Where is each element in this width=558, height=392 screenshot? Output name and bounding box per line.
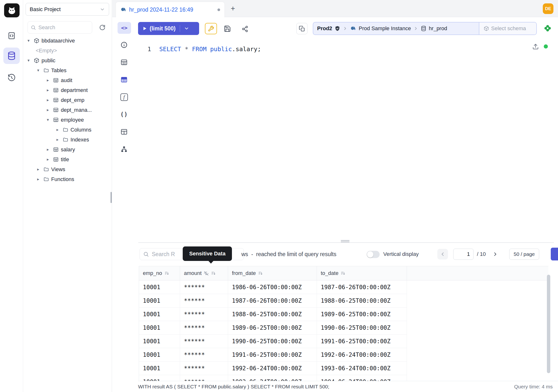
tree-item-audit[interactable]: ▸audit xyxy=(25,75,111,85)
functions-gutter-button[interactable]: f xyxy=(120,93,128,101)
tree-item-dept-emp[interactable]: ▸dept_emp xyxy=(25,95,111,105)
schema-compare-button[interactable] xyxy=(296,23,307,34)
select-schema-button[interactable]: Select schema xyxy=(479,22,536,35)
column-header-amount[interactable]: amount xyxy=(180,266,228,280)
function-icon: f xyxy=(121,93,128,101)
status-bar: WITH result AS ( SELECT * FROM public.sa… xyxy=(112,381,558,392)
caret-right-icon[interactable]: ▸ xyxy=(56,127,63,132)
run-options-chevron-icon[interactable] xyxy=(184,26,189,31)
copy-icon xyxy=(299,26,305,32)
refresh-button[interactable] xyxy=(97,22,108,33)
sidebar-search[interactable] xyxy=(27,21,92,34)
folder-icon xyxy=(44,176,49,182)
postgres-elephant-icon xyxy=(120,7,126,13)
caret-right-icon[interactable]: ▸ xyxy=(47,157,53,162)
info-gutter-button[interactable] xyxy=(120,41,128,49)
sort-icon[interactable] xyxy=(258,271,263,276)
code-token xyxy=(181,46,185,53)
admin-wrench-button[interactable] xyxy=(205,23,217,34)
grid-icon xyxy=(121,128,128,135)
caret-right-icon[interactable]: ▸ xyxy=(56,137,63,142)
sidebar-search-input[interactable] xyxy=(38,24,82,31)
share-button[interactable] xyxy=(240,24,250,34)
splitter-grip-icon[interactable] xyxy=(341,240,349,243)
table-gutter-button[interactable] xyxy=(120,58,128,67)
tree-item-department[interactable]: ▸department xyxy=(25,85,111,95)
tree-item-bbdataarchive[interactable]: ▾bbdataarchive xyxy=(25,36,111,46)
caret-down-icon[interactable]: ▾ xyxy=(27,38,34,43)
tree-item-salary[interactable]: ▸salary xyxy=(25,145,111,155)
caret-right-icon[interactable]: ▸ xyxy=(37,177,44,182)
tree-item-indexes[interactable]: ▸Indexes xyxy=(25,135,111,145)
column-header-emp_no[interactable]: emp_no xyxy=(139,266,180,280)
database-nav-active[interactable] xyxy=(3,48,20,64)
table-row[interactable]: 10001******1986-06-26T00:00:00Z1987-06-2… xyxy=(139,280,548,294)
table-cell: 1987-06-26T00:00:00Z xyxy=(317,280,407,294)
sidebar-resize-handle[interactable] xyxy=(111,192,112,203)
caret-right-icon[interactable]: ▸ xyxy=(47,88,53,93)
table-cell: 1994-06-24T00:00:00Z xyxy=(317,375,407,381)
ai-assistant-button[interactable] xyxy=(542,23,553,33)
page-size-selector[interactable]: 50 / page xyxy=(509,249,539,260)
caret-right-icon[interactable]: ▸ xyxy=(47,78,53,83)
caret-right-icon[interactable]: ▸ xyxy=(47,97,53,103)
caret-right-icon[interactable]: ▸ xyxy=(47,107,53,113)
sql-editor-nav-icon[interactable] xyxy=(6,30,17,41)
select-schema-label: Select schema xyxy=(491,25,526,32)
prev-page-button[interactable] xyxy=(437,249,448,260)
tab-hr-prod[interactable]: hr_prod 2024-11-22 16:49 xyxy=(116,2,225,17)
connection-breadcrumb[interactable]: Prod2 Prod Sample Instance hr_prod Selec… xyxy=(313,22,537,35)
sort-icon[interactable] xyxy=(164,271,169,276)
tree-item-tables[interactable]: ▾Tables xyxy=(25,65,111,75)
history-nav-icon[interactable] xyxy=(6,72,17,83)
table-cell-filler xyxy=(407,321,548,335)
tree-item-employee[interactable]: ▾employee xyxy=(25,115,111,125)
tree-item-functions[interactable]: ▸Functions xyxy=(25,174,111,184)
table-row[interactable]: 10001******1990-06-25T00:00:00Z1991-06-2… xyxy=(139,335,548,348)
table-row[interactable]: 10001******1992-06-24T00:00:00Z1993-06-2… xyxy=(139,362,548,375)
caret-down-icon[interactable]: ▾ xyxy=(37,68,44,73)
sheet-gutter-button[interactable] xyxy=(120,127,128,136)
table-cell: ****** xyxy=(180,307,228,321)
sort-icon[interactable] xyxy=(211,271,216,276)
tree-item-title[interactable]: ▸title xyxy=(25,155,111,164)
table-row[interactable]: 10001******1987-06-26T00:00:00Z1988-06-2… xyxy=(139,294,548,307)
procedures-gutter-button[interactable]: () xyxy=(120,110,128,119)
sort-icon[interactable] xyxy=(340,271,346,276)
vertical-display-toggle[interactable] xyxy=(366,251,380,258)
table-row[interactable]: 10001******1991-06-25T00:00:00Z1992-06-2… xyxy=(139,348,548,362)
app-logo-icon[interactable] xyxy=(4,3,19,17)
caret-down-icon[interactable]: ▾ xyxy=(47,117,53,122)
page-number-input[interactable] xyxy=(453,249,473,260)
code-mode-button[interactable]: <> xyxy=(118,22,131,34)
export-button[interactable] xyxy=(532,43,540,51)
caret-down-icon[interactable]: ▾ xyxy=(27,58,34,63)
er-diagram-icon xyxy=(121,146,128,153)
table-icon xyxy=(53,117,59,123)
avatar[interactable]: DE xyxy=(543,3,553,14)
table-row[interactable]: 10001******1989-06-25T00:00:00Z1990-06-2… xyxy=(139,321,548,335)
column-header-to_date[interactable]: to_date xyxy=(317,266,407,280)
table-row[interactable]: 10001******1993-06-24T00:00:00Z1994-06-2… xyxy=(139,375,548,381)
table-cell: ****** xyxy=(180,348,228,362)
next-page-button[interactable] xyxy=(490,249,501,260)
column-header-from_date[interactable]: from_date xyxy=(228,266,317,280)
add-tab-button[interactable]: + xyxy=(228,4,238,14)
collapse-panel-button[interactable] xyxy=(551,248,558,261)
caret-right-icon[interactable]: ▸ xyxy=(47,147,53,152)
results-scrollbar[interactable] xyxy=(547,275,550,373)
tree-item-public[interactable]: ▾public xyxy=(25,55,111,65)
table-cell: 1990-06-25T00:00:00Z xyxy=(228,335,317,348)
table-row[interactable]: 10001******1988-06-25T00:00:00Z1989-06-2… xyxy=(139,307,548,321)
run-query-button[interactable]: (limit 500) xyxy=(138,22,199,35)
tree-item-views[interactable]: ▸Views xyxy=(25,164,111,174)
save-button[interactable] xyxy=(222,24,232,34)
caret-right-icon[interactable]: ▸ xyxy=(37,167,44,172)
er-diagram-gutter-button[interactable] xyxy=(120,145,128,154)
eye-off-icon[interactable] xyxy=(204,271,209,276)
project-selector[interactable]: Basic Project xyxy=(26,3,109,16)
tree-item-dept-mana[interactable]: ▸dept_mana... xyxy=(25,105,111,115)
tree-item-columns[interactable]: ▸Columns xyxy=(25,125,111,135)
sensitive-table-gutter-button[interactable] xyxy=(120,75,128,84)
code-line[interactable]: SELECT * FROM public.salary; xyxy=(159,46,261,53)
